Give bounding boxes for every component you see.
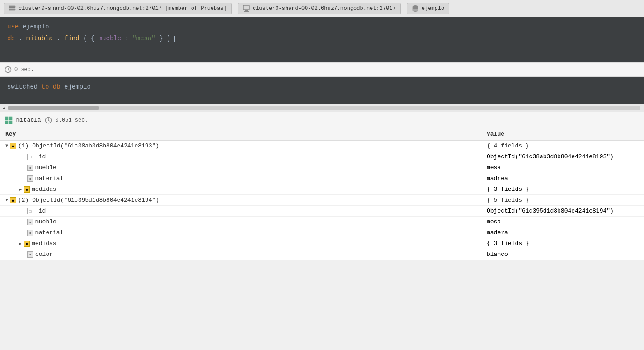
key-text: (1) ObjectId("61c38ab3d8b804e4241e8193") [18, 142, 159, 149]
key-cell: ≡material [0, 173, 481, 184]
key-text: material [35, 175, 63, 182]
results-table-name: mitabla [16, 117, 41, 123]
table-row: □_idObjectId("61c38ab3d8b804e4241e8193") [0, 151, 644, 162]
method-find: find [64, 35, 80, 42]
expand-chevron[interactable]: ▶ [19, 241, 22, 246]
table-row: ≡materialmadrea [0, 173, 644, 184]
db-icon [412, 5, 419, 12]
key-cell: ≡material [0, 227, 481, 238]
key-cell: ≡mueble [0, 162, 481, 173]
colon: : [125, 35, 129, 42]
tab-connection-2[interactable]: cluster0-shard-00-02.6huz7.mongodb.net:2… [238, 3, 401, 14]
key-text: color [35, 251, 53, 258]
key-text: mueble [35, 164, 56, 171]
table-header-row: Key Value [0, 128, 644, 140]
collection-name: mitabla [26, 35, 53, 42]
query-value: "mesa" [132, 35, 155, 42]
document-icon: ■ [10, 197, 16, 203]
close-paren: ) [167, 35, 170, 42]
value-cell: madrea [481, 173, 644, 184]
tab-separator-1 [235, 4, 235, 13]
output-switched: switched [7, 83, 42, 90]
results-time: 0.051 sec. [56, 117, 88, 123]
table-row: □_idObjectId("61c395d1d8b804e4241e8194") [0, 206, 644, 217]
output-line-1: switched to db ejemplo [7, 81, 637, 93]
keyword-use: use [7, 23, 19, 30]
key-cell: ≡mueble [0, 217, 481, 227]
key-cell: ▶■medidas [0, 238, 481, 249]
dot-find: . [56, 35, 60, 42]
key-cell: ▶■medidas [0, 184, 481, 195]
expand-chevron[interactable]: ▶ [19, 187, 22, 192]
scroll-track[interactable] [8, 106, 640, 110]
table-row: ▼■(2) ObjectId("61c395d1d8b804e4241e8194… [0, 195, 644, 206]
value-cell: { 5 fields } [481, 195, 644, 206]
tab-connection-1[interactable]: cluster0-shard-00-02.6huz7.mongodb.net:2… [4, 3, 232, 14]
svg-line-17 [48, 120, 50, 121]
key-text: material [35, 229, 63, 236]
value-cell: madera [481, 227, 644, 238]
key-text: (2) ObjectId("61c395d1d8b804e4241e8194") [18, 197, 159, 203]
document-icon: ■ [24, 186, 30, 193]
scroll-thumb[interactable] [8, 106, 99, 110]
expand-chevron[interactable]: ▼ [5, 143, 8, 148]
svg-rect-5 [245, 10, 248, 11]
scroll-left-arrow[interactable]: ◀ [2, 105, 6, 111]
tab-1-label: cluster0-shard-00-02.6huz7.mongodb.net:2… [19, 5, 227, 12]
status-bar-1: 0 sec. [0, 62, 644, 77]
field-icon: ≡ [27, 230, 33, 236]
open-paren: ( [83, 35, 87, 42]
table-row: ≡mueblemesa [0, 217, 644, 227]
results-bar: mitabla 0.051 sec. [0, 112, 644, 128]
table-row: ▶■medidas{ 3 fields } [0, 184, 644, 195]
expand-chevron[interactable]: ▼ [5, 198, 8, 203]
key-cell: □_id [0, 151, 481, 162]
close-brace: } [159, 35, 163, 42]
value-cell: mesa [481, 162, 644, 173]
table-row: ▼■(1) ObjectId("61c38ab3d8b804e4241e8193… [0, 140, 644, 151]
key-text: medidas [32, 186, 56, 193]
editor-line-1: use ejemplo [7, 22, 637, 32]
table-row: ▶■medidas{ 3 fields } [0, 238, 644, 249]
server-icon [9, 5, 16, 12]
field-icon: ≡ [27, 165, 33, 171]
key-cell: ▼■(2) ObjectId("61c395d1d8b804e4241e8194… [0, 195, 481, 206]
value-cell: { 3 fields } [481, 184, 644, 195]
tab-db[interactable]: ejemplo [407, 3, 449, 14]
monitor-icon [243, 5, 250, 12]
editor-line-2: db . mitabla . find ( { mueble : "mesa" … [7, 33, 637, 43]
value-cell: { 3 fields } [481, 238, 644, 249]
tab-bar: cluster0-shard-00-02.6huz7.mongodb.net:2… [0, 0, 644, 17]
grid-icon [5, 116, 13, 124]
output-area: switched to db ejemplo [0, 77, 644, 104]
open-brace: { [91, 35, 94, 42]
output-db-kw: db [53, 83, 64, 90]
svg-point-3 [14, 9, 14, 10]
output-db-name: ejemplo [64, 83, 91, 90]
key-text: medidas [32, 240, 56, 247]
svg-rect-11 [5, 117, 8, 120]
key-text: _id [35, 208, 46, 214]
key-cell: ≡color [0, 249, 481, 260]
horizontal-scrollbar[interactable]: ◀ [0, 104, 644, 112]
table-row: ≡mueblemesa [0, 162, 644, 173]
output-to: to [42, 83, 53, 90]
table-row: ≡colorblanco [0, 249, 644, 260]
editor-area[interactable]: use ejemplo db . mitabla . find ( { mueb… [0, 17, 644, 62]
clock-icon-1 [5, 66, 12, 73]
text-cursor [174, 36, 175, 42]
tab-2-label: cluster0-shard-00-02.6huz7.mongodb.net:2… [253, 5, 396, 12]
value-cell: ObjectId("61c38ab3d8b804e4241e8193") [481, 151, 644, 162]
table-row: ≡materialmadera [0, 227, 644, 238]
key-text: mueble [35, 218, 56, 225]
status-time-1: 0 sec. [14, 66, 34, 73]
document-icon: ■ [10, 143, 16, 149]
query-key: mueble [99, 35, 121, 42]
field-icon: ≡ [27, 219, 33, 225]
value-cell: blanco [481, 249, 644, 260]
col-header-key: Key [0, 128, 481, 140]
field-icon: ≡ [27, 175, 33, 182]
tab-separator-2 [404, 4, 404, 13]
clock-icon-2 [45, 117, 52, 124]
keyword-db: db [7, 35, 15, 42]
